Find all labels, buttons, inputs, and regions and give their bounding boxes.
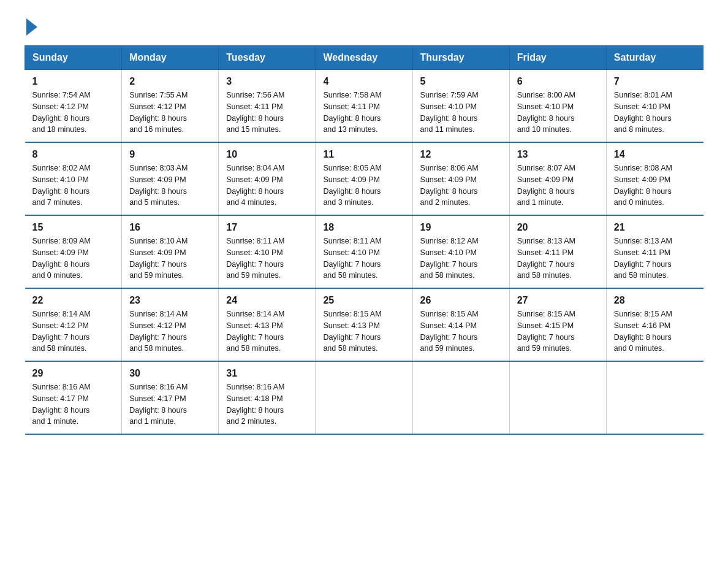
day-info: Sunrise: 8:15 AMSunset: 4:13 PMDaylight:… <box>323 308 404 354</box>
day-number: 13 <box>517 149 599 160</box>
calendar-cell: 30 Sunrise: 8:16 AMSunset: 4:17 PMDaylig… <box>122 361 219 434</box>
calendar-cell: 25 Sunrise: 8:15 AMSunset: 4:13 PMDaylig… <box>316 288 412 361</box>
logo-arrow-icon <box>26 18 37 36</box>
day-info: Sunrise: 8:14 AMSunset: 4:12 PMDaylight:… <box>129 308 211 354</box>
weekday-header-tuesday: Tuesday <box>219 46 316 70</box>
calendar-cell: 8 Sunrise: 8:02 AMSunset: 4:10 PMDayligh… <box>25 142 122 215</box>
day-number: 24 <box>226 295 308 306</box>
day-number: 25 <box>323 295 404 306</box>
calendar-table: SundayMondayTuesdayWednesdayThursdayFrid… <box>25 45 703 435</box>
calendar-cell: 20 Sunrise: 8:13 AMSunset: 4:11 PMDaylig… <box>509 215 606 288</box>
day-number: 23 <box>129 295 211 306</box>
calendar-cell: 24 Sunrise: 8:14 AMSunset: 4:13 PMDaylig… <box>219 288 316 361</box>
day-number: 26 <box>420 295 502 306</box>
day-number: 3 <box>226 76 308 87</box>
calendar-cell <box>316 361 412 434</box>
day-info: Sunrise: 7:55 AMSunset: 4:12 PMDaylight:… <box>129 90 211 136</box>
calendar-cell: 29 Sunrise: 8:16 AMSunset: 4:17 PMDaylig… <box>25 361 122 434</box>
page-header <box>25 18 703 33</box>
calendar-cell: 31 Sunrise: 8:16 AMSunset: 4:18 PMDaylig… <box>219 361 316 434</box>
calendar-cell: 4 Sunrise: 7:58 AMSunset: 4:11 PMDayligh… <box>316 70 412 143</box>
day-info: Sunrise: 8:09 AMSunset: 4:09 PMDaylight:… <box>32 236 115 282</box>
weekday-header-friday: Friday <box>509 46 606 70</box>
calendar-cell: 18 Sunrise: 8:11 AMSunset: 4:10 PMDaylig… <box>316 215 412 288</box>
day-info: Sunrise: 8:12 AMSunset: 4:10 PMDaylight:… <box>420 236 502 282</box>
calendar-cell: 22 Sunrise: 8:14 AMSunset: 4:12 PMDaylig… <box>25 288 122 361</box>
day-info: Sunrise: 8:14 AMSunset: 4:12 PMDaylight:… <box>32 308 115 354</box>
day-info: Sunrise: 7:54 AMSunset: 4:12 PMDaylight:… <box>32 90 115 136</box>
calendar-week-row: 15 Sunrise: 8:09 AMSunset: 4:09 PMDaylig… <box>25 215 703 288</box>
calendar-week-row: 8 Sunrise: 8:02 AMSunset: 4:10 PMDayligh… <box>25 142 703 215</box>
day-number: 22 <box>32 295 115 306</box>
day-info: Sunrise: 8:15 AMSunset: 4:16 PMDaylight:… <box>614 308 696 354</box>
calendar-week-row: 1 Sunrise: 7:54 AMSunset: 4:12 PMDayligh… <box>25 70 703 143</box>
day-number: 11 <box>323 149 404 160</box>
calendar-cell: 19 Sunrise: 8:12 AMSunset: 4:10 PMDaylig… <box>412 215 509 288</box>
day-number: 12 <box>420 149 502 160</box>
weekday-header-thursday: Thursday <box>412 46 509 70</box>
day-number: 20 <box>517 222 599 233</box>
weekday-header-sunday: Sunday <box>25 46 122 70</box>
day-number: 2 <box>129 76 211 87</box>
day-info: Sunrise: 8:13 AMSunset: 4:11 PMDaylight:… <box>517 236 599 282</box>
day-number: 31 <box>226 368 308 379</box>
calendar-cell: 17 Sunrise: 8:11 AMSunset: 4:10 PMDaylig… <box>219 215 316 288</box>
day-info: Sunrise: 8:05 AMSunset: 4:09 PMDaylight:… <box>323 163 404 209</box>
day-info: Sunrise: 8:15 AMSunset: 4:14 PMDaylight:… <box>420 308 502 354</box>
day-info: Sunrise: 8:11 AMSunset: 4:10 PMDaylight:… <box>323 236 404 282</box>
day-number: 1 <box>32 76 115 87</box>
day-number: 10 <box>226 149 308 160</box>
day-number: 21 <box>614 222 696 233</box>
day-number: 9 <box>129 149 211 160</box>
calendar-cell: 10 Sunrise: 8:04 AMSunset: 4:09 PMDaylig… <box>219 142 316 215</box>
day-info: Sunrise: 8:03 AMSunset: 4:09 PMDaylight:… <box>129 163 211 209</box>
calendar-week-row: 22 Sunrise: 8:14 AMSunset: 4:12 PMDaylig… <box>25 288 703 361</box>
day-info: Sunrise: 8:16 AMSunset: 4:17 PMDaylight:… <box>32 381 115 427</box>
day-number: 16 <box>129 222 211 233</box>
day-number: 18 <box>323 222 404 233</box>
weekday-header-monday: Monday <box>122 46 219 70</box>
weekday-header-saturday: Saturday <box>606 46 703 70</box>
day-info: Sunrise: 8:14 AMSunset: 4:13 PMDaylight:… <box>226 308 308 354</box>
logo <box>25 18 37 33</box>
day-info: Sunrise: 8:16 AMSunset: 4:17 PMDaylight:… <box>129 381 211 427</box>
day-number: 7 <box>614 76 696 87</box>
calendar-cell: 5 Sunrise: 7:59 AMSunset: 4:10 PMDayligh… <box>412 70 509 143</box>
calendar-cell: 11 Sunrise: 8:05 AMSunset: 4:09 PMDaylig… <box>316 142 412 215</box>
day-number: 27 <box>517 295 599 306</box>
day-number: 28 <box>614 295 696 306</box>
calendar-cell: 12 Sunrise: 8:06 AMSunset: 4:09 PMDaylig… <box>412 142 509 215</box>
day-number: 14 <box>614 149 696 160</box>
day-info: Sunrise: 8:10 AMSunset: 4:09 PMDaylight:… <box>129 236 211 282</box>
calendar-cell: 13 Sunrise: 8:07 AMSunset: 4:09 PMDaylig… <box>509 142 606 215</box>
calendar-cell: 3 Sunrise: 7:56 AMSunset: 4:11 PMDayligh… <box>219 70 316 143</box>
day-info: Sunrise: 8:11 AMSunset: 4:10 PMDaylight:… <box>226 236 308 282</box>
calendar-cell: 7 Sunrise: 8:01 AMSunset: 4:10 PMDayligh… <box>606 70 703 143</box>
day-number: 15 <box>32 222 115 233</box>
calendar-cell: 15 Sunrise: 8:09 AMSunset: 4:09 PMDaylig… <box>25 215 122 288</box>
day-number: 6 <box>517 76 599 87</box>
calendar-cell: 23 Sunrise: 8:14 AMSunset: 4:12 PMDaylig… <box>122 288 219 361</box>
calendar-cell: 1 Sunrise: 7:54 AMSunset: 4:12 PMDayligh… <box>25 70 122 143</box>
calendar-cell: 28 Sunrise: 8:15 AMSunset: 4:16 PMDaylig… <box>606 288 703 361</box>
weekday-header-wednesday: Wednesday <box>316 46 412 70</box>
calendar-cell: 27 Sunrise: 8:15 AMSunset: 4:15 PMDaylig… <box>509 288 606 361</box>
day-number: 19 <box>420 222 502 233</box>
calendar-cell: 9 Sunrise: 8:03 AMSunset: 4:09 PMDayligh… <box>122 142 219 215</box>
day-number: 29 <box>32 368 115 379</box>
day-info: Sunrise: 7:56 AMSunset: 4:11 PMDaylight:… <box>226 90 308 136</box>
day-info: Sunrise: 8:13 AMSunset: 4:11 PMDaylight:… <box>614 236 696 282</box>
calendar-cell <box>509 361 606 434</box>
day-info: Sunrise: 8:01 AMSunset: 4:10 PMDaylight:… <box>614 90 696 136</box>
day-info: Sunrise: 8:07 AMSunset: 4:09 PMDaylight:… <box>517 163 599 209</box>
day-info: Sunrise: 7:59 AMSunset: 4:10 PMDaylight:… <box>420 90 502 136</box>
day-number: 4 <box>323 76 404 87</box>
day-info: Sunrise: 8:00 AMSunset: 4:10 PMDaylight:… <box>517 90 599 136</box>
calendar-week-row: 29 Sunrise: 8:16 AMSunset: 4:17 PMDaylig… <box>25 361 703 434</box>
day-info: Sunrise: 8:04 AMSunset: 4:09 PMDaylight:… <box>226 163 308 209</box>
day-info: Sunrise: 8:16 AMSunset: 4:18 PMDaylight:… <box>226 381 308 427</box>
day-number: 30 <box>129 368 211 379</box>
calendar-cell: 2 Sunrise: 7:55 AMSunset: 4:12 PMDayligh… <box>122 70 219 143</box>
calendar-cell <box>412 361 509 434</box>
day-info: Sunrise: 8:02 AMSunset: 4:10 PMDaylight:… <box>32 163 115 209</box>
